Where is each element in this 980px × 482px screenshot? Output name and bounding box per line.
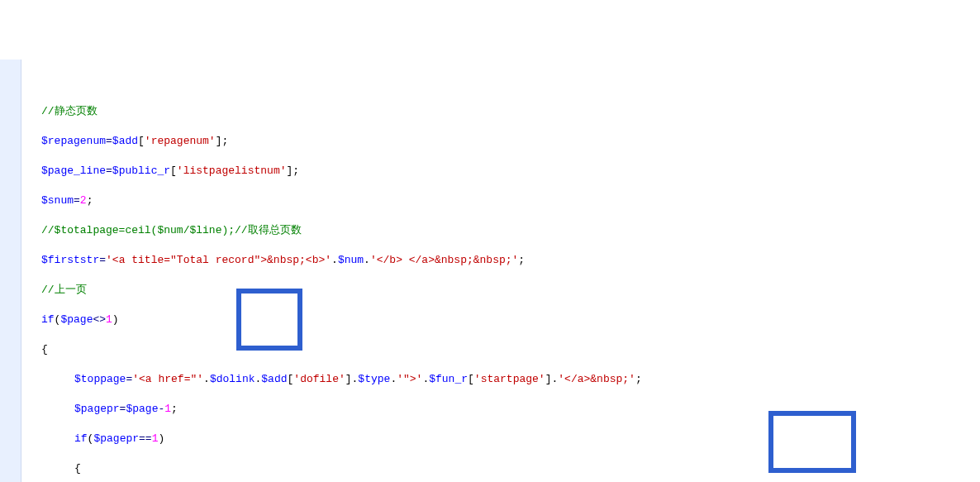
code-line: $toppage='<a href="'.$dolink.$add['dofil… [25, 372, 980, 387]
code-line: $snum=2; [25, 193, 980, 208]
code-editor[interactable]: //静态页数 $repagenum=$add['repagenum']; $pa… [0, 60, 980, 482]
code-line: //静态页数 [25, 104, 980, 119]
code-line: //上一页 [25, 283, 980, 298]
code-line: $page_line=$public_r['listpagelistnum']; [25, 164, 980, 179]
gutter [0, 60, 21, 482]
code-line: if($pagepr==1) [25, 432, 980, 446]
code-line: if($page<>1) [25, 313, 980, 327]
code-line: //$totalpage=ceil($num/$line);//取得总页数 [25, 223, 980, 238]
code-line: { [25, 461, 980, 476]
code-line: $pagepr=$page-1; [25, 402, 980, 417]
code-line: { [25, 342, 980, 357]
code-line: $firststr='<a title="Total record">&nbsp… [25, 253, 980, 268]
code-line: $repagenum=$add['repagenum']; [25, 134, 980, 149]
